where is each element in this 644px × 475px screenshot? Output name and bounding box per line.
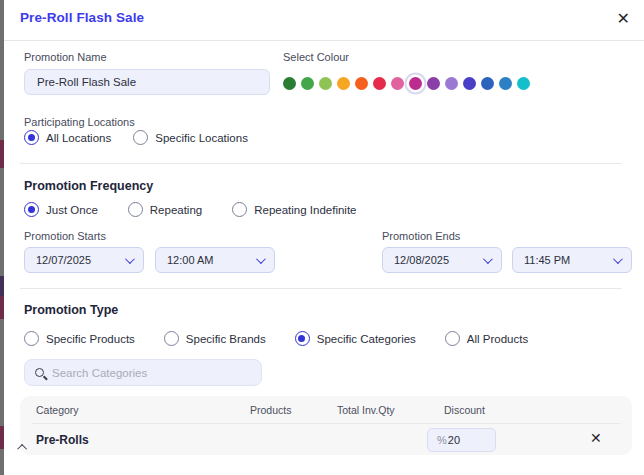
radio-option-specific-locations[interactable]: Specific Locations [133, 130, 248, 145]
start-date-select[interactable]: 12/07/2025 [24, 247, 144, 273]
chevron-down-icon [613, 254, 623, 264]
colour-swatch[interactable] [391, 77, 404, 90]
colour-swatch[interactable] [409, 77, 422, 90]
colour-swatch[interactable] [355, 77, 368, 90]
colour-swatch[interactable] [319, 77, 332, 90]
promotion-frequency-heading: Promotion Frequency [24, 179, 153, 193]
remove-row-icon[interactable]: ✕ [590, 430, 602, 446]
radio-circle[interactable] [24, 202, 39, 217]
radio-option-just-once[interactable]: Just Once [24, 202, 98, 217]
modal-title: Pre-Roll Flash Sale [20, 10, 144, 25]
discount-percent-prefix: % [437, 434, 447, 446]
search-categories-input[interactable] [52, 367, 232, 379]
page: Pre-Roll Flash Sale ✕ Promotion Name Sel… [0, 0, 644, 475]
backdrop-segment [0, 426, 4, 449]
colour-swatch[interactable] [445, 77, 458, 90]
section-divider [20, 163, 622, 164]
chevron-down-icon [256, 254, 266, 264]
category-name: Pre-Rolls [36, 433, 89, 447]
promotion-ends-label: Promotion Ends [382, 230, 460, 242]
radio-circle[interactable] [133, 130, 148, 145]
radio-label: Repeating Indefinite [254, 204, 356, 216]
start-time-select[interactable]: 12:00 AM [155, 247, 275, 273]
radio-label: Repeating [150, 204, 202, 216]
radio-label: Just Once [46, 204, 98, 216]
column-header-discount: Discount [444, 404, 485, 416]
select-colour-label: Select Colour [283, 51, 349, 63]
start-date-value: 12/07/2025 [36, 254, 91, 266]
chevron-down-icon [125, 254, 135, 264]
promotion-name-label: Promotion Name [24, 51, 107, 63]
radio-option-repeating[interactable]: Repeating [128, 202, 202, 217]
radio-option-specific-products[interactable]: Specific Products [24, 331, 135, 346]
promotion-starts-label: Promotion Starts [24, 230, 106, 242]
end-date-select[interactable]: 12/08/2025 [382, 247, 502, 273]
radio-option-all-locations[interactable]: All Locations [24, 130, 111, 145]
backdrop-segment [0, 296, 4, 319]
colour-swatch[interactable] [427, 77, 440, 90]
radio-label: All Locations [46, 132, 111, 144]
backdrop-segment [0, 140, 4, 168]
end-date-value: 12/08/2025 [394, 254, 449, 266]
promotion-type-heading: Promotion Type [24, 303, 118, 317]
discount-value: 20 [448, 434, 460, 446]
radio-circle[interactable] [445, 331, 460, 346]
radio-circle[interactable] [128, 202, 143, 217]
promotion-modal: Pre-Roll Flash Sale ✕ Promotion Name Sel… [4, 0, 644, 475]
radio-label: Specific Categories [317, 333, 416, 345]
categories-table: Category Products Total Inv.Qty Discount [20, 396, 632, 455]
table-header-divider [32, 423, 620, 424]
collapse-row-icon[interactable] [20, 437, 27, 455]
radio-circle[interactable] [164, 331, 179, 346]
promotion-name-input[interactable] [24, 69, 270, 95]
search-icon [35, 368, 44, 377]
start-time-value: 12:00 AM [167, 254, 213, 266]
colour-swatch[interactable] [283, 77, 296, 90]
colour-swatch[interactable] [499, 77, 512, 90]
end-time-value: 11:45 PM [524, 254, 570, 266]
type-radio-group: Specific ProductsSpecific BrandsSpecific… [24, 331, 528, 346]
colour-swatch[interactable] [373, 77, 386, 90]
radio-circle[interactable] [295, 331, 310, 346]
frequency-radio-group: Just OnceRepeatingRepeating Indefinite [24, 202, 357, 217]
column-header-products: Products [250, 404, 291, 416]
backdrop-sliver [0, 0, 4, 475]
radio-circle[interactable] [232, 202, 247, 217]
column-header-total-inv-qty: Total Inv.Qty [337, 404, 395, 416]
participating-locations-label: Participating Locations [24, 116, 135, 128]
end-time-select[interactable]: 11:45 PM [512, 247, 632, 273]
colour-swatch[interactable] [337, 77, 350, 90]
column-header-category: Category [36, 404, 79, 416]
colour-swatch[interactable] [301, 77, 314, 90]
radio-label: Specific Products [46, 333, 135, 345]
header-divider [4, 40, 644, 41]
radio-option-repeating-indefinite[interactable]: Repeating Indefinite [232, 202, 356, 217]
radio-label: All Products [467, 333, 528, 345]
radio-label: Specific Brands [186, 333, 266, 345]
chevron-down-icon [483, 254, 493, 264]
colour-swatch[interactable] [481, 77, 494, 90]
radio-option-all-products[interactable]: All Products [445, 331, 528, 346]
close-icon[interactable]: ✕ [617, 9, 630, 29]
radio-option-specific-brands[interactable]: Specific Brands [164, 331, 266, 346]
radio-circle[interactable] [24, 130, 39, 145]
section-divider [20, 288, 622, 289]
search-categories-box[interactable] [24, 359, 262, 386]
radio-option-specific-categories[interactable]: Specific Categories [295, 331, 416, 346]
radio-circle[interactable] [24, 331, 39, 346]
colour-swatch[interactable] [463, 77, 476, 90]
locations-radio-group: All LocationsSpecific Locations [24, 130, 248, 145]
backdrop-segment [0, 276, 4, 296]
discount-input[interactable]: % 20 [427, 428, 496, 452]
radio-label: Specific Locations [155, 132, 248, 144]
colour-swatch[interactable] [517, 77, 530, 90]
colour-swatches [283, 76, 530, 91]
